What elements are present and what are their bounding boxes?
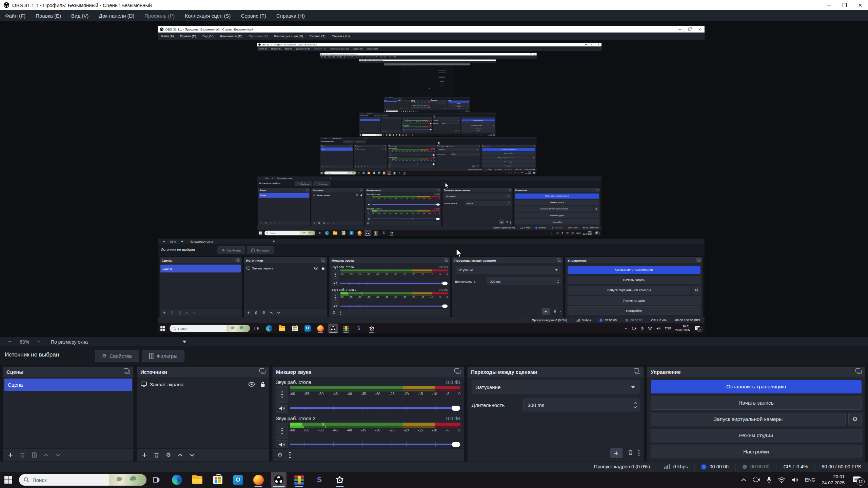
transitions-dock-header[interactable]: Переходы между сценами [468, 367, 644, 377]
taskbar-app-s[interactable]: S [312, 472, 327, 488]
transition-menu-button[interactable] [638, 450, 640, 456]
remove-source-button[interactable] [154, 452, 159, 458]
taskbar-app-edge[interactable] [169, 472, 185, 488]
notification-center-button[interactable]: 12 [851, 474, 863, 486]
camera-icon[interactable] [753, 477, 760, 483]
scene-filters-button[interactable] [32, 452, 37, 458]
start-recording-button[interactable]: Начать запись [651, 396, 862, 410]
menu-file[interactable]: Файл (F) [0, 10, 31, 21]
mute-button[interactable] [276, 404, 288, 413]
task-view-icon [358, 172, 360, 174]
channel-menu-button[interactable] [276, 423, 288, 439]
transitions-dock-header: Переходы между сценами [436, 145, 480, 147]
taskbar-app-firefox[interactable] [251, 472, 266, 488]
studio-mode-button[interactable]: Режим студии [651, 429, 862, 442]
properties-button[interactable]: ⚙ Свойства [95, 350, 139, 362]
search-label: Поиск [387, 111, 394, 111]
channel-menu-button[interactable] [276, 386, 288, 403]
tray-chevron-icon[interactable] [741, 478, 746, 482]
advanced-audio-button[interactable]: ⚙ [277, 451, 282, 459]
language-indicator[interactable]: ENG [805, 477, 815, 483]
audio-mixer-dock: Микшер звука Звук раб. стола 0.0 dB -60-… [272, 366, 464, 462]
taskbar-app-outlook[interactable]: O [230, 472, 246, 488]
volume-slider[interactable] [290, 440, 460, 448]
settings-button[interactable]: Настройки [651, 445, 862, 458]
fit-mode-dropdown: По размеру окна [367, 113, 388, 114]
source-list-item[interactable]: Захват экрана [137, 377, 269, 391]
search-highlight-image[interactable] [109, 474, 146, 486]
fit-mode-dropdown[interactable]: По размеру окна [51, 339, 186, 345]
menu-docks[interactable]: Док-панели (D) [94, 10, 139, 21]
spin-down-icon[interactable] [633, 406, 637, 408]
stop-streaming-button[interactable]: Остановить трансляцию [651, 380, 862, 393]
remove-scene-button[interactable] [20, 452, 25, 458]
sources-dock-header[interactable]: Источники [137, 367, 269, 377]
volume-slider-handle[interactable] [452, 406, 460, 411]
menu-scene-collection: Коллекция сцен (S) [364, 56, 378, 58]
source-properties-button[interactable]: ⚙ [166, 451, 171, 459]
transition-select[interactable]: Затухание [472, 381, 639, 393]
move-source-up-button[interactable] [178, 453, 183, 457]
menu-profile[interactable]: Профиль (P) [139, 10, 180, 21]
start-button[interactable] [0, 472, 16, 488]
preview-canvas[interactable]: OBS 31.1.1 - Профиль: Безымянный - Сцены… [0, 21, 868, 337]
close-icon: × [494, 60, 495, 61]
mute-button[interactable] [276, 440, 288, 448]
minimize-button[interactable] [821, 0, 837, 10]
zoom-out-button[interactable]: − [8, 339, 12, 345]
taskbar-app-edge [386, 134, 388, 136]
firefox-icon [357, 231, 361, 235]
filters-button[interactable]: Фильтры [142, 350, 184, 362]
mixer-dock-header[interactable]: Микшер звука [273, 367, 464, 377]
volume-slider-handle[interactable] [452, 442, 460, 447]
menu-view[interactable]: Вид (V) [66, 10, 94, 21]
virtual-camera-settings-button[interactable]: ⚙ [848, 413, 862, 426]
db-tick: -35 [400, 198, 402, 200]
speaker-icon[interactable] [792, 477, 798, 483]
add-scene-button[interactable] [8, 452, 13, 458]
mixer-menu-button[interactable] [289, 452, 291, 458]
spin-up-icon[interactable] [633, 402, 637, 404]
sources-dock: Источники Захват экрана ⚙ [137, 366, 269, 462]
scene-list-item[interactable]: Сцена [4, 379, 132, 391]
taskbar-app-steelseries[interactable] [332, 472, 348, 488]
menu-help[interactable]: Справка (H) [271, 10, 310, 21]
zoom-in-button[interactable]: + [37, 339, 41, 345]
duration-spinbox[interactable]: 300 ms [523, 399, 639, 411]
dropped-frames: Пропуск кадров 0 (0.0%) [587, 462, 657, 472]
close-button[interactable]: × [852, 0, 868, 10]
taskbar-app-store[interactable] [210, 472, 225, 488]
display-capture-icon [355, 148, 356, 150]
taskbar-app-explorer[interactable] [190, 472, 205, 488]
signal-bars-icon [520, 227, 523, 229]
controls-dock-header[interactable]: Управление [647, 367, 865, 377]
menu-tools[interactable]: Сервис (T) [236, 10, 271, 21]
wifi-icon[interactable] [778, 477, 785, 483]
add-transition-button[interactable] [610, 448, 623, 458]
taskbar-search[interactable]: Поиск [19, 474, 146, 486]
menu-edit[interactable]: Правка (E) [31, 10, 66, 21]
move-scene-down-button[interactable] [55, 453, 60, 457]
microphone-icon[interactable] [767, 476, 771, 483]
add-source-button[interactable] [142, 452, 147, 458]
taskbar-clock[interactable]: 20:01 24.07.2025 [822, 474, 845, 486]
taskbar-app-obs[interactable] [271, 472, 287, 488]
visibility-eye-icon[interactable] [248, 382, 255, 387]
menu-scene-collection[interactable]: Коллекция сцен (S) [180, 10, 236, 21]
transitions-dock-header: Переходы между сценами [452, 257, 563, 264]
volume-slider[interactable] [290, 404, 460, 412]
close-button: × [533, 53, 537, 56]
db-tick: -45 [389, 198, 391, 200]
task-view-button[interactable] [149, 472, 164, 488]
scenes-dock-header[interactable]: Сцены [3, 367, 133, 377]
remove-transition-button[interactable] [628, 450, 633, 456]
menubar: Файл (F) Правка (E) Вид (V) Док-панели (… [384, 64, 470, 65]
file-explorer-icon [368, 172, 370, 174]
restore-button[interactable] [837, 0, 852, 10]
taskbar-app-winrar[interactable] [291, 472, 307, 488]
lock-icon[interactable] [260, 382, 265, 387]
move-scene-up-button[interactable] [43, 453, 48, 457]
start-virtual-camera-button[interactable]: Запуск виртуальной камеры [651, 413, 846, 426]
scenes-dock: Сцены Сцена [258, 188, 310, 226]
move-source-down-button[interactable] [190, 453, 195, 457]
